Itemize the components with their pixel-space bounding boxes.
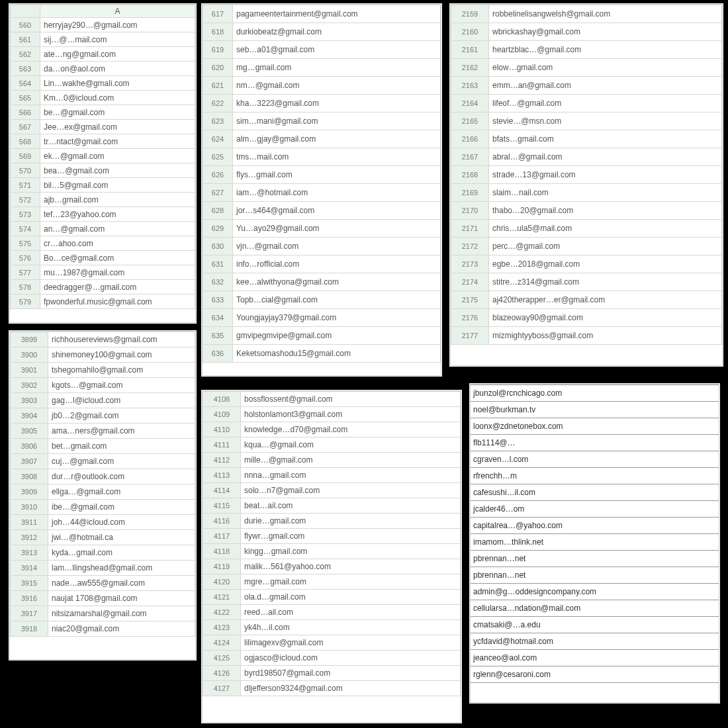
row-number[interactable]: 4126 — [203, 666, 241, 681]
row-number[interactable]: 3899 — [11, 332, 48, 347]
email-cell[interactable]: sim…mani@gmail.com — [233, 113, 441, 130]
email-cell[interactable]: jeanceo@aol.com — [471, 650, 719, 666]
row-number[interactable]: 579 — [11, 295, 40, 309]
row-number[interactable]: 4109 — [203, 407, 241, 422]
row-number[interactable]: 3915 — [11, 576, 48, 591]
row-number[interactable]: 633 — [203, 291, 233, 309]
row-number[interactable]: 2165 — [451, 113, 489, 130]
corner-cell[interactable] — [11, 5, 40, 18]
email-cell[interactable]: yk4h…il.com — [241, 620, 461, 635]
email-cell[interactable]: cafesushi…il.com — [471, 484, 719, 501]
email-cell[interactable]: kqua…@gmail.com — [241, 437, 461, 453]
email-cell[interactable]: shinemoney100@gmail.com — [48, 347, 195, 363]
email-cell[interactable]: slaim…nail.com — [489, 184, 722, 202]
row-number[interactable]: 3905 — [11, 424, 48, 439]
email-cell[interactable]: alm…gjay@gmail.com — [233, 130, 441, 148]
row-number[interactable]: 566 — [11, 105, 40, 120]
row-number[interactable]: 2171 — [451, 220, 489, 238]
row-number[interactable]: 573 — [11, 207, 40, 222]
row-number[interactable]: 624 — [203, 130, 233, 148]
email-cell[interactable]: jbunzol@rcnchicago.com — [471, 385, 719, 402]
row-number[interactable]: 565 — [11, 91, 40, 105]
row-number[interactable]: 620 — [203, 59, 233, 77]
email-cell[interactable]: ogjasco@icloud.com — [241, 651, 461, 666]
email-cell[interactable]: aj420therapper…er@gmail.com — [489, 291, 722, 309]
row-number[interactable]: 629 — [203, 220, 233, 238]
row-number[interactable]: 4112 — [203, 453, 241, 468]
row-number[interactable]: 2177 — [451, 327, 489, 345]
row-number[interactable]: 2163 — [451, 77, 489, 95]
row-number[interactable]: 634 — [203, 309, 233, 327]
email-cell[interactable]: Km…0@icloud.com — [40, 91, 195, 105]
row-number[interactable]: 2168 — [451, 166, 489, 184]
email-cell[interactable]: jor…s464@gmail.com — [233, 202, 441, 220]
row-number[interactable]: 3918 — [11, 621, 48, 637]
row-number[interactable]: 4117 — [203, 529, 241, 544]
email-cell[interactable]: da…on@aol.com — [40, 62, 195, 76]
email-cell[interactable]: iam…@hotmail.com — [233, 184, 441, 202]
row-number[interactable]: 2174 — [451, 273, 489, 291]
row-number[interactable]: 2167 — [451, 148, 489, 166]
email-cell[interactable]: lifeof…@gmail.com — [489, 95, 722, 113]
row-number[interactable]: 2161 — [451, 41, 489, 59]
row-number[interactable]: 4110 — [203, 422, 241, 437]
row-number[interactable]: 4108 — [203, 392, 241, 407]
email-cell[interactable]: bet…gmail.com — [48, 439, 195, 454]
row-number[interactable]: 3911 — [11, 515, 48, 530]
row-number[interactable]: 4114 — [203, 483, 241, 498]
email-cell[interactable]: ajb…gmail.com — [40, 193, 195, 207]
email-cell[interactable]: gag…l@icloud.com — [48, 393, 195, 408]
row-number[interactable]: 4115 — [203, 498, 241, 514]
email-cell[interactable]: jwi…@hotmail.ca — [48, 530, 195, 545]
row-number[interactable]: 571 — [11, 178, 40, 193]
row-number[interactable]: 574 — [11, 222, 40, 236]
email-cell[interactable]: gmvipegmvipe@gmail.com — [233, 327, 441, 345]
email-cell[interactable]: stitre…z314@gmail.com — [489, 273, 722, 291]
row-number[interactable]: 632 — [203, 273, 233, 291]
row-number[interactable]: 563 — [11, 62, 40, 76]
email-cell[interactable]: chris…ula5@mail.com — [489, 220, 722, 238]
email-cell[interactable]: seb…a01@gmail.com — [233, 41, 441, 59]
row-number[interactable]: 2160 — [451, 23, 489, 41]
row-number[interactable]: 4120 — [203, 574, 241, 590]
row-number[interactable]: 572 — [11, 193, 40, 207]
row-number[interactable]: 4123 — [203, 620, 241, 635]
row-number[interactable]: 575 — [11, 236, 40, 251]
row-number[interactable]: 4116 — [203, 514, 241, 529]
email-cell[interactable]: knowledge…d70@gmail.com — [241, 422, 461, 437]
email-cell[interactable]: dur…r@outlook.com — [48, 469, 195, 484]
email-cell[interactable]: rglenn@cesaroni.com — [471, 666, 719, 683]
email-cell[interactable]: cr…ahoo.com — [40, 236, 195, 251]
row-number[interactable]: 619 — [203, 41, 233, 59]
email-cell[interactable]: perc…@gmail.com — [489, 238, 722, 255]
row-number[interactable]: 562 — [11, 47, 40, 62]
row-number[interactable]: 630 — [203, 238, 233, 255]
row-number[interactable]: 2166 — [451, 130, 489, 148]
row-number[interactable]: 2164 — [451, 95, 489, 113]
email-cell[interactable]: blazeoway90@gmail.com — [489, 309, 722, 327]
email-cell[interactable]: stevie…@msn.com — [489, 113, 722, 130]
row-number[interactable]: 4122 — [203, 605, 241, 620]
email-cell[interactable]: lilimagexv@gmail.com — [241, 635, 461, 651]
email-cell[interactable]: joh…44@icloud.com — [48, 515, 195, 530]
email-cell[interactable]: jb0…2@gmail.com — [48, 408, 195, 424]
email-cell[interactable]: info…rofficial.com — [233, 255, 441, 273]
email-cell[interactable]: deedragger@…gmail.com — [40, 280, 195, 295]
email-cell[interactable]: admin@g…oddesigncompany.com — [471, 584, 719, 600]
row-number[interactable]: 561 — [11, 32, 40, 47]
email-cell[interactable]: ibe…@gmail.com — [48, 500, 195, 515]
email-cell[interactable]: dljefferson9324@gmail.com — [241, 681, 461, 696]
row-number[interactable]: 636 — [203, 345, 233, 363]
email-cell[interactable]: nitsizamarshal@gmail.com — [48, 606, 195, 621]
email-cell[interactable]: nm…@gmail.com — [233, 77, 441, 95]
row-number[interactable]: 578 — [11, 280, 40, 295]
row-number[interactable]: 2172 — [451, 238, 489, 255]
email-cell[interactable]: reed…ail.com — [241, 605, 461, 620]
email-cell[interactable]: ola.d…gmail.com — [241, 590, 461, 605]
email-cell[interactable]: heartzblac…@gmail.com — [489, 41, 722, 59]
email-cell[interactable]: beat…ail.com — [241, 498, 461, 514]
email-cell[interactable]: strade…13@gmail.com — [489, 166, 722, 184]
email-cell[interactable]: mizmightyyboss@gmail.com — [489, 327, 722, 345]
email-cell[interactable]: Keketsomashodu15@gmail.com — [233, 345, 441, 363]
email-cell[interactable]: mu…1987@gmail.com — [40, 265, 195, 280]
